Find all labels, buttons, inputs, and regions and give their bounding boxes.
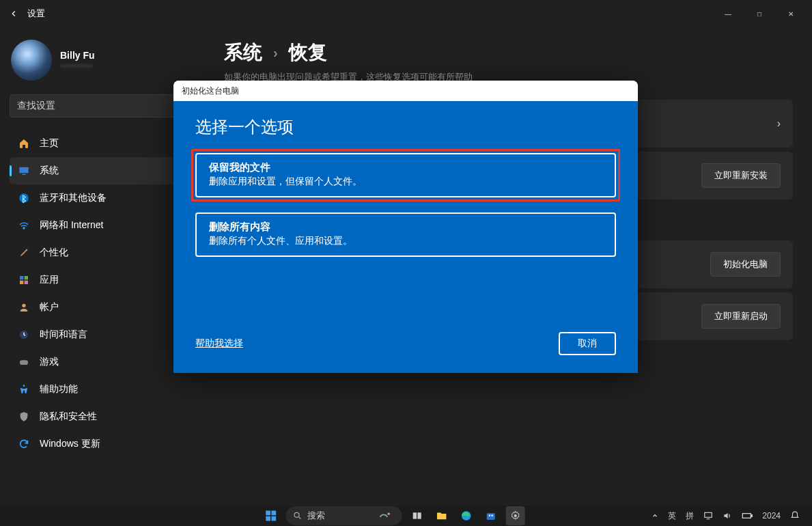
svg-rect-30 — [751, 515, 752, 517]
update-icon — [18, 438, 30, 450]
sidebar-item-label: Windows 更新 — [40, 438, 100, 450]
search-icon — [292, 511, 302, 521]
start-button[interactable] — [261, 506, 280, 525]
reset-dialog: 初始化这台电脑 选择一个选项 保留我的文件 删除应用和设置，但保留个人文件。 删… — [173, 81, 638, 373]
wifi-icon — [18, 219, 30, 232]
sidebar-item-label: 游戏 — [40, 356, 59, 368]
sidebar-item-label: 网络和 Internet — [40, 219, 103, 232]
svg-rect-18 — [271, 516, 276, 521]
tray-monitor-icon[interactable] — [703, 511, 713, 521]
tray-volume-icon[interactable] — [723, 511, 732, 521]
svg-rect-1 — [19, 167, 28, 174]
tray-notifications-icon[interactable] — [790, 511, 800, 521]
maximize-button[interactable]: □ — [744, 3, 775, 24]
search-placeholder: 查找设置 — [17, 100, 55, 112]
restart-button[interactable]: 立即重新启动 — [701, 304, 781, 329]
option-remove-all[interactable]: 删除所有内容 删除所有个人文件、应用和设置。 — [195, 212, 616, 257]
accessibility-icon — [18, 383, 30, 396]
option-title: 保留我的文件 — [209, 161, 602, 174]
close-button[interactable]: ✕ — [775, 3, 807, 24]
sidebar-item-label: 主页 — [40, 137, 59, 150]
search-input[interactable]: 查找设置 — [10, 94, 201, 117]
sidebar-item-label: 辅助功能 — [40, 383, 78, 396]
svg-point-4 — [23, 227, 25, 229]
system-icon — [18, 165, 30, 177]
dialog-window-title: 初始化这台电脑 — [173, 81, 638, 101]
tray-year[interactable]: 2024 — [762, 511, 781, 521]
option-desc: 删除所有个人文件、应用和设置。 — [209, 235, 602, 247]
svg-rect-2 — [22, 174, 25, 175]
svg-rect-28 — [705, 512, 712, 517]
chevron-right-icon: › — [273, 45, 278, 61]
sidebar-item-label: 时间和语言 — [40, 329, 87, 341]
sidebar-item-accessibility[interactable]: 辅助功能 — [10, 376, 208, 403]
sidebar-item-label: 应用 — [40, 274, 59, 286]
shield-icon — [18, 411, 30, 423]
option-keep-files[interactable]: 保留我的文件 删除应用和设置，但保留个人文件。 — [195, 153, 616, 197]
settings-window: 设置 — □ ✕ Billy Fu ———— 查找设置 主页 — [0, 0, 812, 506]
sidebar-item-update[interactable]: Windows 更新 — [10, 430, 208, 458]
svg-point-10 — [22, 304, 25, 307]
option-title: 删除所有内容 — [209, 221, 602, 234]
taskbar: 搜索 英 拼 2024 — [0, 506, 812, 526]
back-button[interactable] — [5, 5, 22, 22]
ime-english[interactable]: 英 — [668, 510, 676, 522]
svg-rect-6 — [20, 276, 23, 279]
svg-rect-17 — [266, 516, 270, 521]
sidebar-item-label: 蓝牙和其他设备 — [40, 192, 107, 204]
breadcrumb-current: 恢复 — [289, 40, 327, 66]
explorer-button[interactable] — [432, 506, 451, 525]
profile-email: ———— — [60, 61, 95, 70]
svg-rect-26 — [491, 515, 492, 516]
ime-pinyin[interactable]: 拼 — [686, 510, 694, 522]
svg-rect-25 — [488, 515, 490, 516]
svg-point-27 — [514, 514, 516, 517]
breadcrumb: 系统 › 恢复 — [224, 40, 793, 66]
option-desc: 删除应用和设置，但保留个人文件。 — [209, 176, 602, 188]
sidebar-item-label: 隐私和安全性 — [40, 411, 97, 423]
brush-icon — [18, 247, 30, 259]
svg-rect-16 — [271, 511, 276, 516]
store-button[interactable] — [481, 506, 500, 525]
svg-rect-9 — [25, 281, 28, 284]
breadcrumb-parent[interactable]: 系统 — [224, 40, 262, 66]
edge-button[interactable] — [456, 506, 475, 525]
sidebar-item-privacy[interactable]: 隐私和安全性 — [10, 403, 208, 430]
svg-rect-22 — [417, 512, 421, 518]
svg-rect-8 — [20, 281, 23, 284]
svg-rect-12 — [20, 360, 28, 365]
task-view-button[interactable] — [407, 506, 426, 525]
svg-rect-29 — [743, 514, 751, 518]
profile-name: Billy Fu — [60, 50, 95, 61]
tray-chevron-up[interactable] — [652, 512, 658, 519]
svg-rect-15 — [266, 511, 270, 516]
svg-point-20 — [387, 512, 390, 515]
titlebar: 设置 — □ ✕ — [0, 0, 812, 27]
search-label: 搜索 — [307, 510, 325, 522]
gamepad-icon — [18, 356, 30, 368]
sidebar-item-label: 帐户 — [40, 301, 59, 314]
minimize-button[interactable]: — — [712, 3, 744, 24]
cancel-button[interactable]: 取消 — [559, 332, 616, 355]
settings-button[interactable] — [505, 506, 524, 525]
reinstall-button[interactable]: 立即重新安装 — [701, 163, 781, 188]
svg-point-19 — [294, 512, 299, 517]
window-title: 设置 — [27, 8, 45, 20]
svg-point-13 — [23, 385, 25, 387]
sidebar-item-label: 系统 — [40, 165, 59, 177]
svg-rect-7 — [25, 276, 28, 279]
tray-battery-icon[interactable] — [742, 512, 753, 520]
svg-rect-21 — [412, 512, 416, 518]
taskbar-search[interactable]: 搜索 — [285, 506, 402, 525]
search-decoration-icon — [377, 508, 392, 523]
clock-icon — [18, 329, 30, 341]
svg-point-5 — [26, 249, 28, 251]
sidebar-item-label: 个性化 — [40, 247, 68, 259]
help-link[interactable]: 帮助我选择 — [195, 337, 243, 350]
avatar — [11, 40, 52, 81]
svg-rect-24 — [486, 513, 494, 520]
dialog-heading: 选择一个选项 — [195, 116, 616, 138]
person-icon — [18, 301, 30, 314]
reset-pc-button[interactable]: 初始化电脑 — [710, 252, 781, 277]
bluetooth-icon — [18, 192, 30, 204]
